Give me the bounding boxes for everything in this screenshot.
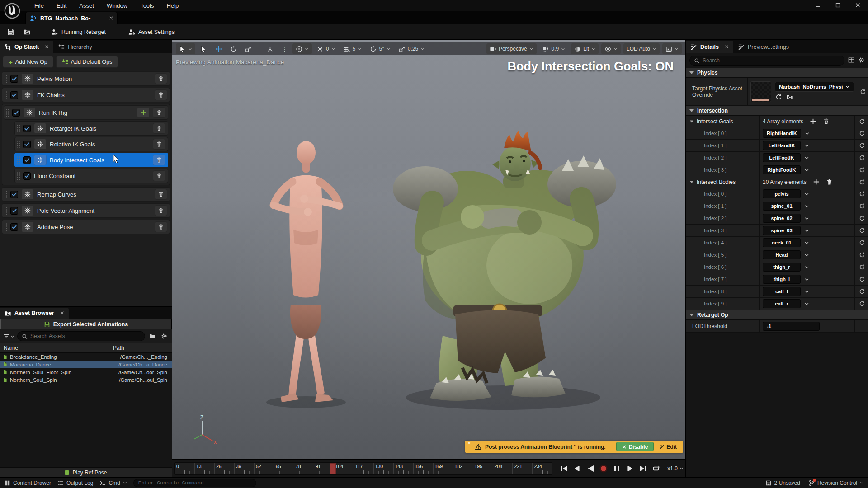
drag-handle-icon[interactable]: [17, 172, 20, 180]
menu-asset[interactable]: Asset: [74, 0, 99, 11]
bone-value-chip[interactable]: RightHandIK: [763, 129, 801, 138]
op-row[interactable]: Run IK Rig: [4, 105, 168, 120]
op-settings-button[interactable]: [21, 89, 34, 100]
chevron-down-icon[interactable]: [805, 131, 810, 136]
bone-value-chip[interactable]: spine_03: [763, 226, 801, 235]
scale-snap-dropdown[interactable]: 0.25: [396, 43, 428, 54]
close-window-button[interactable]: [854, 1, 862, 9]
bone-value-chip[interactable]: RightFootIK: [763, 165, 801, 174]
drag-handle-icon[interactable]: [4, 190, 7, 198]
clear-array-button[interactable]: [826, 178, 833, 185]
op-delete-button[interactable]: [153, 155, 165, 165]
step-forward-button[interactable]: [625, 464, 634, 473]
running-retarget-button[interactable]: Running Retarget: [47, 27, 109, 38]
bone-value-chip[interactable]: LeftFootIK: [763, 153, 801, 162]
op-delete-button[interactable]: [155, 221, 167, 232]
op-delete-button[interactable]: [153, 107, 165, 118]
op-delete-button[interactable]: [155, 189, 167, 200]
drag-handle-icon[interactable]: [17, 124, 20, 132]
play-ref-pose-button[interactable]: Play Ref Pose: [0, 467, 172, 477]
select-mode-dropdown[interactable]: [176, 43, 195, 54]
section-retarget-op[interactable]: Retarget Op: [686, 310, 868, 320]
bone-value-chip[interactable]: spine_01: [763, 202, 801, 211]
tab-preview-settings[interactable]: Preview...ettings: [733, 41, 793, 53]
revision-control-button[interactable]: Revision Control: [808, 480, 864, 486]
op-row[interactable]: Pole Vector Alignment: [2, 203, 170, 218]
viewport-canvas[interactable]: ⋮ 0 5 5°: [172, 40, 685, 459]
coordinate-space-dropdown[interactable]: [292, 43, 312, 54]
physics-asset-dropdown[interactable]: Narbash_NoDrums_Physi: [775, 82, 854, 92]
op-settings-button[interactable]: [21, 73, 34, 84]
op-enabled-checkbox[interactable]: [10, 191, 18, 198]
warning-dismiss-icon[interactable]: ✕: [467, 441, 471, 446]
menu-help[interactable]: Help: [161, 0, 184, 11]
filter-button[interactable]: [3, 333, 14, 339]
output-log-button[interactable]: Output Log: [57, 480, 93, 486]
physics-asset-thumbnail[interactable]: [750, 81, 771, 102]
asset-browser-settings-button[interactable]: [160, 333, 169, 339]
op-settings-button[interactable]: [34, 123, 47, 134]
minimize-button[interactable]: [814, 1, 822, 9]
go-to-start-button[interactable]: [560, 464, 569, 473]
bone-value-chip[interactable]: Head: [763, 250, 801, 259]
bone-value-chip[interactable]: thigh_l: [763, 275, 801, 284]
scale-tool-button[interactable]: [242, 43, 255, 54]
section-intersection[interactable]: Intersection: [686, 106, 868, 116]
details-tab-close-icon[interactable]: [725, 44, 729, 50]
rotate-tool-button[interactable]: [227, 43, 240, 54]
console-command-input[interactable]: [138, 480, 251, 486]
op-delete-button[interactable]: [153, 139, 165, 150]
reset-to-default-button[interactable]: [854, 188, 868, 200]
chevron-down-icon[interactable]: [804, 204, 809, 209]
reset-to-default-button[interactable]: [854, 273, 868, 285]
reset-to-default-button[interactable]: [854, 164, 868, 176]
unsaved-status-button[interactable]: 2 Unsaved: [765, 480, 800, 486]
add-array-element-button[interactable]: [810, 118, 816, 125]
record-button[interactable]: [599, 464, 608, 473]
drag-handle-icon[interactable]: [4, 223, 7, 231]
reset-to-default-button[interactable]: [854, 176, 868, 188]
op-enabled-checkbox[interactable]: [10, 91, 18, 99]
op-row[interactable]: Relative IK Goals: [14, 137, 168, 151]
reset-to-default-button[interactable]: [854, 298, 868, 310]
chevron-down-icon[interactable]: [804, 155, 809, 160]
save-button[interactable]: [5, 26, 16, 38]
column-name[interactable]: Name: [0, 345, 109, 351]
op-row[interactable]: Retarget IK Goals: [14, 121, 168, 136]
op-row[interactable]: Remap Curves: [2, 187, 170, 202]
chevron-down-icon[interactable]: [804, 192, 809, 197]
op-add-button[interactable]: [137, 107, 150, 118]
menu-edit[interactable]: Edit: [51, 0, 72, 11]
details-search-input[interactable]: [703, 57, 840, 64]
bone-value-chip[interactable]: LeftHandIK: [763, 141, 801, 150]
bone-value-chip[interactable]: calf_l: [763, 287, 801, 296]
drag-handle-icon[interactable]: [17, 156, 20, 164]
menu-file[interactable]: File: [29, 0, 49, 11]
reset-to-default-button[interactable]: [854, 140, 868, 151]
op-settings-button[interactable]: [23, 107, 36, 118]
tab-close-icon[interactable]: [109, 15, 113, 22]
menu-window[interactable]: Window: [101, 0, 133, 11]
drag-handle-icon[interactable]: [17, 140, 20, 148]
tab-op-stack[interactable]: Op Stack: [0, 41, 53, 53]
op-delete-button[interactable]: [153, 170, 165, 181]
op-enabled-checkbox[interactable]: [23, 172, 31, 180]
go-to-end-button[interactable]: [638, 464, 647, 473]
more-options-button[interactable]: ⋮: [278, 43, 291, 54]
reset-to-default-button[interactable]: [857, 78, 868, 105]
chevron-down-icon[interactable]: [804, 253, 809, 258]
reset-to-default-button[interactable]: [854, 320, 868, 332]
op-row[interactable]: Pelvis Motion: [2, 71, 170, 86]
surface-snap-dropdown[interactable]: 0: [314, 43, 339, 54]
browse-to-asset-button[interactable]: [21, 26, 33, 38]
cmd-dropdown[interactable]: Cmd: [99, 480, 127, 486]
asset-search-box[interactable]: [17, 331, 145, 341]
op-enabled-checkbox[interactable]: [10, 223, 18, 231]
op-delete-button[interactable]: [155, 205, 167, 216]
tab-details[interactable]: Details: [686, 41, 733, 53]
disable-button[interactable]: Disable: [616, 442, 654, 451]
add-array-element-button[interactable]: [813, 178, 820, 185]
reset-to-default-button[interactable]: [854, 200, 868, 212]
translate-tool-button[interactable]: [212, 43, 225, 54]
drag-handle-icon[interactable]: [4, 75, 7, 83]
